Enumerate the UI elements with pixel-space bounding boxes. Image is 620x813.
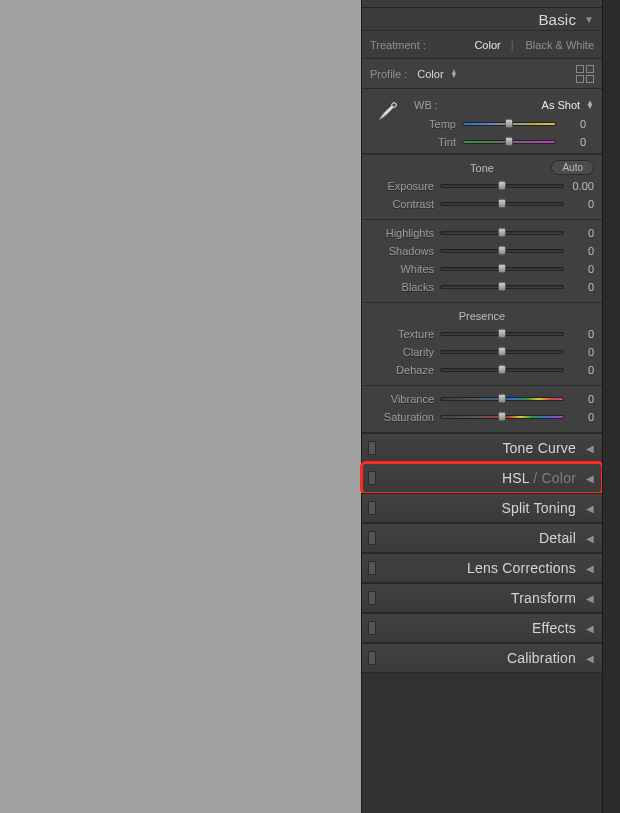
profile-label: Profile : [370, 68, 407, 80]
dehaze-value[interactable]: 0 [564, 364, 594, 376]
chevron-left-icon: ◀ [586, 503, 594, 514]
shadows-label: Shadows [370, 245, 440, 257]
treatment-bw[interactable]: Black & White [526, 39, 594, 51]
panel-calibration[interactable]: Calibration ◀ [362, 643, 602, 673]
svg-marker-2 [378, 114, 385, 121]
highlights-label: Highlights [370, 227, 440, 239]
dehaze-label: Dehaze [370, 364, 440, 376]
canvas-area [0, 0, 361, 813]
panel-title: Split Toning [501, 500, 576, 516]
dehaze-slider[interactable] [440, 364, 564, 376]
texture-value[interactable]: 0 [564, 328, 594, 340]
contrast-slider[interactable] [440, 198, 564, 210]
profile-value: Color [417, 68, 443, 80]
saturation-slider[interactable] [440, 411, 564, 423]
clarity-label: Clarity [370, 346, 440, 358]
clarity-value[interactable]: 0 [564, 346, 594, 358]
highlights-value[interactable]: 0 [564, 227, 594, 239]
chevron-updown-icon: ▲▼ [450, 70, 456, 78]
presence-section-2: Vibrance 0 Saturation 0 [362, 385, 602, 432]
texture-label: Texture [370, 328, 440, 340]
treatment-color[interactable]: Color [474, 39, 500, 51]
treatment-row: Treatment : Color | Black & White [362, 31, 602, 59]
profile-row: Profile : Color ▲▼ [362, 59, 602, 89]
panel-title: Tone Curve [502, 440, 576, 456]
profile-browser-icon[interactable] [576, 65, 594, 83]
panel-title: Lens Corrections [467, 560, 576, 576]
presence-section: Presence Texture 0 Clarity 0 Dehaze 0 [362, 302, 602, 385]
panel-tone-curve[interactable]: Tone Curve ◀ [362, 433, 602, 463]
chevron-left-icon: ◀ [586, 533, 594, 544]
basic-panel-header[interactable]: Basic ▼ [362, 8, 602, 30]
panel-title: HSL / Color [502, 470, 576, 486]
chevron-left-icon: ◀ [586, 563, 594, 574]
panel-switch-icon[interactable] [368, 621, 376, 635]
profile-dropdown[interactable]: Color ▲▼ [417, 68, 457, 80]
basic-panel-body: Treatment : Color | Black & White Profil… [362, 30, 602, 433]
panel-switch-icon[interactable] [368, 531, 376, 545]
blacks-slider[interactable] [440, 281, 564, 293]
blacks-label: Blacks [370, 281, 440, 293]
shadows-value[interactable]: 0 [564, 245, 594, 257]
temp-slider[interactable] [462, 118, 556, 130]
svg-rect-1 [383, 105, 394, 116]
panel-split-toning[interactable]: Split Toning ◀ [362, 493, 602, 523]
panel-switch-icon[interactable] [368, 471, 376, 485]
tint-slider[interactable] [462, 136, 556, 148]
treatment-label: Treatment : [370, 39, 426, 51]
temp-value[interactable]: 0 [556, 118, 586, 130]
wb-value: As Shot [542, 99, 581, 111]
panel-title: Transform [511, 590, 576, 606]
texture-slider[interactable] [440, 328, 564, 340]
tint-value[interactable]: 0 [556, 136, 586, 148]
panel-lens-corrections[interactable]: Lens Corrections ◀ [362, 553, 602, 583]
clarity-slider[interactable] [440, 346, 564, 358]
wb-dropdown[interactable]: As Shot ▲▼ [542, 99, 594, 111]
panel-title: Effects [532, 620, 576, 636]
whites-label: Whites [370, 263, 440, 275]
blacks-value[interactable]: 0 [564, 281, 594, 293]
panel-switch-icon[interactable] [368, 651, 376, 665]
auto-button[interactable]: Auto [551, 160, 594, 175]
vibrance-slider[interactable] [440, 393, 564, 405]
whites-value[interactable]: 0 [564, 263, 594, 275]
panel-hsl-color[interactable]: HSL / Color ◀ [362, 463, 602, 493]
exposure-value[interactable]: 0.00 [564, 180, 594, 192]
panel-title: Detail [539, 530, 576, 546]
panel-switch-icon[interactable] [368, 441, 376, 455]
wb-label: WB : [414, 99, 438, 111]
saturation-label: Saturation [370, 411, 440, 423]
exposure-slider[interactable] [440, 180, 564, 192]
panel-transform[interactable]: Transform ◀ [362, 583, 602, 613]
treatment-divider: | [511, 39, 514, 51]
chevron-left-icon: ◀ [586, 443, 594, 454]
basic-panel-title: Basic [538, 11, 576, 28]
chevron-left-icon: ◀ [586, 653, 594, 664]
chevron-left-icon: ◀ [586, 623, 594, 634]
whites-slider[interactable] [440, 263, 564, 275]
panel-detail[interactable]: Detail ◀ [362, 523, 602, 553]
highlights-slider[interactable] [440, 227, 564, 239]
panel-title: Calibration [507, 650, 576, 666]
wb-eyedropper-icon[interactable] [370, 95, 404, 129]
wb-section: WB : As Shot ▲▼ Temp 0 Ti [362, 89, 602, 154]
shadows-slider[interactable] [440, 245, 564, 257]
tint-label: Tint [422, 136, 462, 148]
tone-title: Tone [470, 162, 494, 174]
chevron-left-icon: ◀ [586, 473, 594, 484]
tone-section-2: Highlights 0 Shadows 0 Whites 0 Blacks [362, 219, 602, 302]
chevron-updown-icon: ▲▼ [586, 101, 594, 109]
contrast-value[interactable]: 0 [564, 198, 594, 210]
vibrance-value[interactable]: 0 [564, 393, 594, 405]
tone-section: Tone Auto Exposure 0.00 Contrast 0 [362, 154, 602, 219]
panel-switch-icon[interactable] [368, 501, 376, 515]
panel-switch-icon[interactable] [368, 591, 376, 605]
panel-scrollbar[interactable] [602, 0, 620, 813]
exposure-label: Exposure [370, 180, 440, 192]
panel-top-strip [362, 0, 602, 8]
chevron-left-icon: ◀ [586, 593, 594, 604]
panel-switch-icon[interactable] [368, 561, 376, 575]
develop-panel-column: Basic ▼ Treatment : Color | Black & Whit… [361, 0, 620, 813]
saturation-value[interactable]: 0 [564, 411, 594, 423]
panel-effects[interactable]: Effects ◀ [362, 613, 602, 643]
